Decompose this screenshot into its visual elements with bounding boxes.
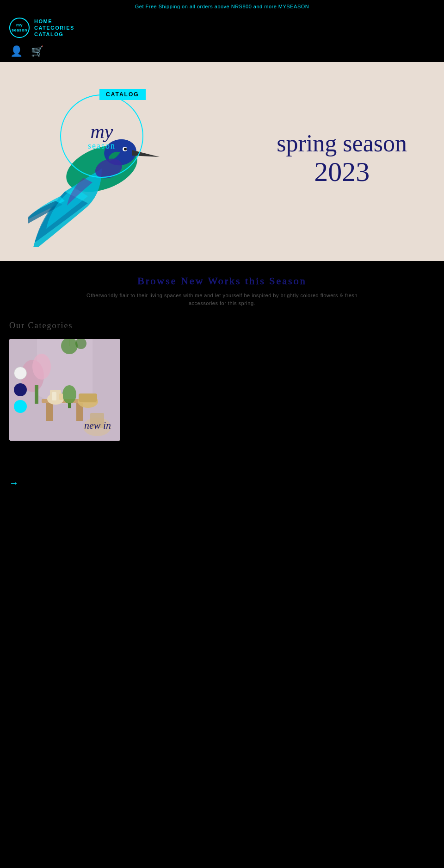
svg-rect-8 — [35, 385, 38, 404]
nav-links: HOME CATEGORIES CATALOG — [34, 19, 74, 37]
category-card-inner: new in — [9, 339, 120, 441]
svg-rect-10 — [46, 403, 53, 421]
nav-catalog[interactable]: CATALOG — [34, 31, 74, 37]
logo-text: my season — [10, 23, 29, 33]
hero-season-circle: my season — [60, 94, 143, 178]
category-card-new-in[interactable]: new in — [9, 339, 120, 441]
cart-icon[interactable]: 🛒 — [31, 45, 43, 57]
svg-rect-17 — [68, 403, 71, 408]
announcement-text: Get Free Shipping on all orders above NR… — [135, 4, 309, 9]
hero-season-label: season — [88, 141, 116, 151]
browse-section: Browse New Works this Season Otherworldl… — [9, 275, 435, 307]
svg-rect-15 — [79, 393, 97, 402]
header-top: my season HOME CATEGORIES CATALOG — [9, 18, 435, 42]
color-swatches — [14, 367, 27, 413]
categories-title: Our Categories — [9, 321, 435, 331]
svg-rect-18 — [52, 392, 56, 400]
browse-title: Browse New Works this Season — [9, 275, 435, 287]
swatch-navy[interactable] — [14, 383, 27, 396]
nav-home[interactable]: HOME — [34, 19, 74, 24]
hero-main-text: spring season 2023 — [277, 130, 407, 187]
browse-subtitle: Otherworldly flair to their living space… — [83, 292, 361, 307]
header: my season HOME CATEGORIES CATALOG 👤 🛒 — [0, 13, 444, 62]
announcement-bar: Get Free Shipping on all orders above NR… — [0, 0, 444, 13]
hero-catalog-badge[interactable]: CATALOG — [99, 89, 146, 100]
nav-categories[interactable]: CATEGORIES — [34, 25, 74, 31]
arrow-right-icon[interactable]: → — [9, 478, 18, 488]
hero-section: my season CATALOG spring season 2023 — [0, 62, 444, 261]
category-label: new in — [84, 419, 111, 431]
hero-spring-year: 2023 — [277, 156, 407, 187]
header-icons: 👤 🛒 — [9, 45, 435, 57]
bottom-section: → — [0, 455, 444, 732]
swatch-cyan[interactable] — [14, 400, 27, 413]
main-content: Browse New Works this Season Otherworldl… — [0, 261, 444, 455]
categories-grid: new in — [9, 339, 435, 441]
swatch-white[interactable] — [14, 367, 27, 380]
logo[interactable]: my season — [9, 18, 30, 38]
svg-point-7 — [32, 354, 51, 380]
hero-my-label: my — [91, 122, 113, 141]
svg-rect-19 — [59, 393, 63, 400]
category-image: new in — [9, 339, 120, 441]
hero-spring-line1: spring season — [277, 130, 407, 156]
svg-point-16 — [62, 385, 76, 404]
account-icon[interactable]: 👤 — [10, 45, 23, 57]
